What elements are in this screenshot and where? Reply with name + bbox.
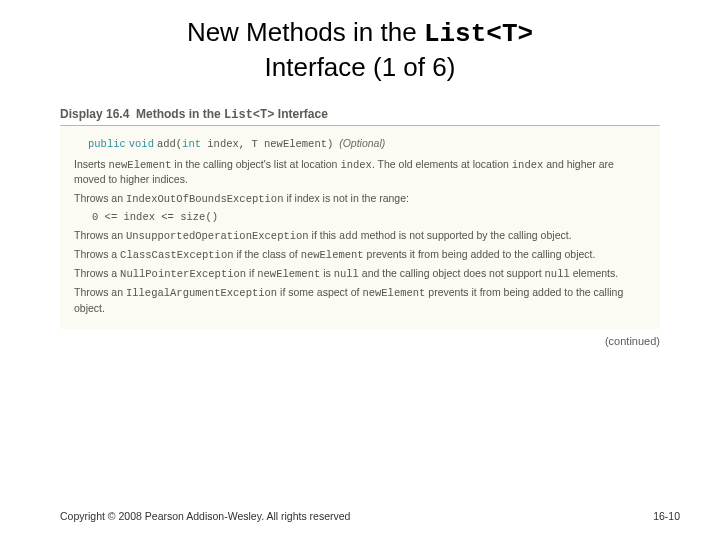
display-header: Display 16.4 Methods in the List<T> Inte… (60, 107, 660, 126)
t: Throws an (74, 286, 126, 298)
title-line1-code: List<T> (424, 19, 533, 49)
paren-close: ) (327, 138, 333, 150)
c: index (340, 159, 372, 171)
c: ClassCastException (120, 249, 233, 261)
c: IllegalArgumentException (126, 287, 277, 299)
c: null (334, 268, 359, 280)
display-block: Display 16.4 Methods in the List<T> Inte… (60, 107, 660, 329)
c: NullPointerException (120, 268, 246, 280)
kw-public: public (88, 138, 126, 150)
title-line1-pre: New Methods in the (187, 17, 424, 47)
c: index (512, 159, 544, 171)
continued-label: (continued) (0, 335, 660, 347)
copyright-text: Copyright © 2008 Pearson Addison-Wesley.… (60, 510, 350, 522)
c: add (339, 230, 358, 242)
desc-indexoob: Throws an IndexOutOfBoundsException if i… (74, 191, 646, 206)
c: UnsupportedOperationException (126, 230, 309, 242)
optional-label: (Optional) (339, 137, 385, 149)
display-label: Display 16.4 (60, 107, 129, 121)
desc-classcast: Throws a ClassCastException if the class… (74, 247, 646, 262)
desc-illegalarg: Throws an IllegalArgumentException if so… (74, 285, 646, 314)
t: method is not supported by the calling o… (358, 229, 572, 241)
t: Throws an (74, 229, 126, 241)
t: and the calling object does not support (359, 267, 545, 279)
page-number: 16-10 (653, 510, 680, 522)
t: Inserts (74, 158, 108, 170)
footer: Copyright © 2008 Pearson Addison-Wesley.… (60, 510, 680, 522)
t: if the class of (234, 248, 301, 260)
c: newElement (301, 249, 364, 261)
range-expr: 0 <= index <= size() (74, 210, 646, 224)
t: if some aspect of (277, 286, 362, 298)
t: if this (309, 229, 339, 241)
title-line2: Interface (1 of 6) (265, 52, 456, 82)
params: index, T newElement (201, 138, 327, 150)
c: IndexOutOfBoundsException (126, 193, 284, 205)
display-title-code: List<T> (224, 108, 274, 122)
t: if index is not in the range: (283, 192, 409, 204)
kw-void: void (129, 138, 154, 150)
t: Throws a (74, 248, 120, 260)
c: null (545, 268, 570, 280)
method-box: public void add(int index, T newElement)… (60, 126, 660, 329)
t: in the calling object's list at location (171, 158, 340, 170)
c: newElement (108, 159, 171, 171)
kw-int: int (182, 138, 201, 150)
t: if (246, 267, 257, 279)
display-title-post: Interface (274, 107, 327, 121)
method-name: add (157, 138, 176, 150)
t: Throws an (74, 192, 126, 204)
t: Throws a (74, 267, 120, 279)
t: elements. (570, 267, 618, 279)
desc-nullpointer: Throws a NullPointerException if newElem… (74, 266, 646, 281)
t: . The old elements at location (372, 158, 512, 170)
desc-unsupported: Throws an UnsupportedOperationException … (74, 228, 646, 243)
c: newElement (257, 268, 320, 280)
method-signature: public void add(int index, T newElement)… (74, 136, 646, 151)
c: newElement (362, 287, 425, 299)
display-title-pre: Methods in the (136, 107, 224, 121)
t: prevents it from being added to the call… (364, 248, 596, 260)
t: is (320, 267, 333, 279)
desc-insert: Inserts newElement in the calling object… (74, 157, 646, 186)
slide-title: New Methods in the List<T> Interface (1 … (0, 16, 720, 83)
